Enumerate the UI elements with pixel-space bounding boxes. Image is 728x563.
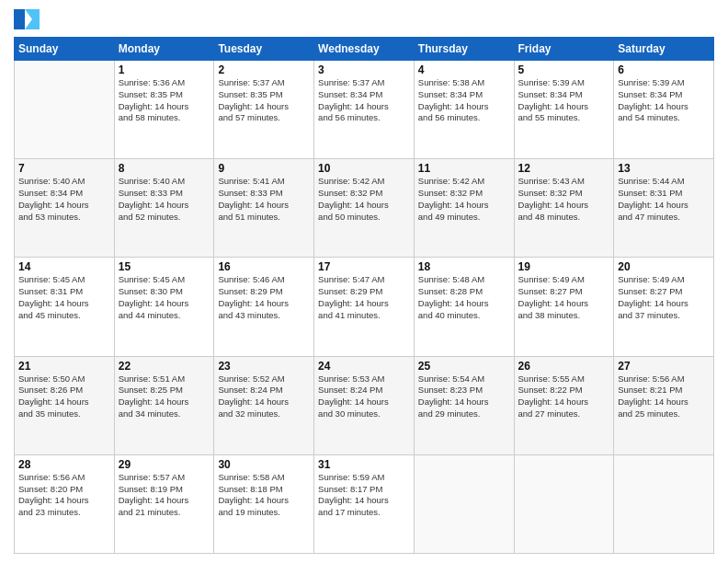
calendar-cell: 26Sunrise: 5:55 AMSunset: 8:22 PMDayligh… (514, 356, 614, 454)
day-info: Sunrise: 5:56 AMSunset: 8:21 PMDaylight:… (618, 373, 710, 420)
day-number: 18 (418, 260, 510, 273)
day-number: 19 (518, 260, 610, 273)
calendar-cell: 13Sunrise: 5:44 AMSunset: 8:31 PMDayligh… (614, 159, 714, 258)
day-number: 23 (218, 360, 310, 373)
day-info: Sunrise: 5:36 AMSunset: 8:35 PMDaylight:… (119, 77, 210, 124)
day-number: 10 (318, 162, 410, 175)
day-number: 30 (218, 458, 310, 471)
calendar-cell: 7Sunrise: 5:40 AMSunset: 8:34 PMDaylight… (15, 159, 115, 258)
day-info: Sunrise: 5:44 AMSunset: 8:31 PMDaylight:… (618, 176, 710, 223)
day-info: Sunrise: 5:37 AMSunset: 8:35 PMDaylight:… (218, 77, 310, 124)
day-number: 13 (618, 162, 710, 175)
calendar-cell: 20Sunrise: 5:49 AMSunset: 8:27 PMDayligh… (614, 258, 714, 356)
weekday-header: Tuesday (214, 38, 314, 61)
day-number: 11 (418, 162, 510, 175)
day-number: 24 (318, 360, 410, 373)
calendar-cell: 6Sunrise: 5:39 AMSunset: 8:34 PMDaylight… (614, 61, 714, 159)
day-info: Sunrise: 5:57 AMSunset: 8:19 PMDaylight:… (119, 472, 210, 519)
calendar-cell: 21Sunrise: 5:50 AMSunset: 8:26 PMDayligh… (15, 356, 115, 454)
day-info: Sunrise: 5:59 AMSunset: 8:17 PMDaylight:… (318, 472, 410, 519)
day-info: Sunrise: 5:56 AMSunset: 8:20 PMDaylight:… (18, 472, 110, 519)
day-info: Sunrise: 5:50 AMSunset: 8:26 PMDaylight:… (18, 373, 110, 420)
day-info: Sunrise: 5:52 AMSunset: 8:24 PMDaylight:… (218, 373, 310, 420)
calendar-cell: 11Sunrise: 5:42 AMSunset: 8:32 PMDayligh… (414, 159, 514, 258)
weekday-header: Thursday (414, 38, 514, 61)
day-info: Sunrise: 5:42 AMSunset: 8:32 PMDaylight:… (318, 176, 410, 223)
day-number: 17 (318, 260, 410, 273)
day-info: Sunrise: 5:58 AMSunset: 8:18 PMDaylight:… (218, 472, 310, 519)
calendar-table: SundayMondayTuesdayWednesdayThursdayFrid… (14, 37, 714, 554)
day-info: Sunrise: 5:53 AMSunset: 8:24 PMDaylight:… (318, 373, 410, 420)
day-info: Sunrise: 5:48 AMSunset: 8:28 PMDaylight:… (418, 274, 510, 321)
day-info: Sunrise: 5:49 AMSunset: 8:27 PMDaylight:… (518, 274, 610, 321)
day-info: Sunrise: 5:38 AMSunset: 8:34 PMDaylight:… (418, 77, 510, 124)
calendar-cell: 31Sunrise: 5:59 AMSunset: 8:17 PMDayligh… (314, 454, 415, 553)
day-number: 4 (418, 63, 510, 76)
day-number: 29 (119, 458, 210, 471)
day-number: 7 (18, 162, 110, 175)
calendar-cell: 12Sunrise: 5:43 AMSunset: 8:32 PMDayligh… (514, 159, 614, 258)
calendar-cell: 22Sunrise: 5:51 AMSunset: 8:25 PMDayligh… (114, 356, 214, 454)
calendar-cell (514, 454, 614, 553)
calendar-cell: 23Sunrise: 5:52 AMSunset: 8:24 PMDayligh… (214, 356, 314, 454)
weekday-header: Wednesday (314, 38, 415, 61)
day-number: 8 (119, 162, 210, 175)
day-info: Sunrise: 5:49 AMSunset: 8:27 PMDaylight:… (618, 274, 710, 321)
calendar-cell: 1Sunrise: 5:36 AMSunset: 8:35 PMDaylight… (114, 61, 214, 159)
calendar-cell: 9Sunrise: 5:41 AMSunset: 8:33 PMDaylight… (214, 159, 314, 258)
calendar-header-row: SundayMondayTuesdayWednesdayThursdayFrid… (15, 38, 714, 61)
day-info: Sunrise: 5:51 AMSunset: 8:25 PMDaylight:… (119, 373, 210, 420)
header (14, 9, 714, 29)
calendar-cell: 4Sunrise: 5:38 AMSunset: 8:34 PMDaylight… (414, 61, 514, 159)
day-info: Sunrise: 5:45 AMSunset: 8:31 PMDaylight:… (18, 274, 110, 321)
day-number: 16 (218, 260, 310, 273)
calendar-week-row: 28Sunrise: 5:56 AMSunset: 8:20 PMDayligh… (15, 454, 714, 553)
calendar-cell: 14Sunrise: 5:45 AMSunset: 8:31 PMDayligh… (15, 258, 115, 356)
day-number: 9 (218, 162, 310, 175)
calendar-week-row: 21Sunrise: 5:50 AMSunset: 8:26 PMDayligh… (15, 356, 714, 454)
calendar-cell (414, 454, 514, 553)
day-number: 1 (119, 63, 210, 76)
day-info: Sunrise: 5:45 AMSunset: 8:30 PMDaylight:… (119, 274, 210, 321)
calendar-cell: 16Sunrise: 5:46 AMSunset: 8:29 PMDayligh… (214, 258, 314, 356)
day-number: 27 (618, 360, 710, 373)
calendar-week-row: 7Sunrise: 5:40 AMSunset: 8:34 PMDaylight… (15, 159, 714, 258)
day-number: 26 (518, 360, 610, 373)
calendar-cell: 25Sunrise: 5:54 AMSunset: 8:23 PMDayligh… (414, 356, 514, 454)
day-info: Sunrise: 5:42 AMSunset: 8:32 PMDaylight:… (418, 176, 510, 223)
day-number: 22 (119, 360, 210, 373)
logo (14, 9, 43, 29)
svg-rect-0 (14, 9, 25, 29)
day-info: Sunrise: 5:41 AMSunset: 8:33 PMDaylight:… (218, 176, 310, 223)
svg-marker-1 (25, 9, 40, 29)
day-number: 21 (18, 360, 110, 373)
day-number: 31 (318, 458, 410, 471)
day-info: Sunrise: 5:43 AMSunset: 8:32 PMDaylight:… (518, 176, 610, 223)
calendar-cell: 24Sunrise: 5:53 AMSunset: 8:24 PMDayligh… (314, 356, 415, 454)
weekday-header: Monday (114, 38, 214, 61)
calendar-cell: 3Sunrise: 5:37 AMSunset: 8:34 PMDaylight… (314, 61, 415, 159)
calendar-cell: 15Sunrise: 5:45 AMSunset: 8:30 PMDayligh… (114, 258, 214, 356)
calendar-cell (614, 454, 714, 553)
day-info: Sunrise: 5:54 AMSunset: 8:23 PMDaylight:… (418, 373, 510, 420)
day-number: 14 (18, 260, 110, 273)
day-info: Sunrise: 5:37 AMSunset: 8:34 PMDaylight:… (318, 77, 410, 124)
day-info: Sunrise: 5:39 AMSunset: 8:34 PMDaylight:… (618, 77, 710, 124)
weekday-header: Friday (514, 38, 614, 61)
calendar-cell: 28Sunrise: 5:56 AMSunset: 8:20 PMDayligh… (15, 454, 115, 553)
day-number: 6 (618, 63, 710, 76)
day-info: Sunrise: 5:55 AMSunset: 8:22 PMDaylight:… (518, 373, 610, 420)
calendar-cell: 8Sunrise: 5:40 AMSunset: 8:33 PMDaylight… (114, 159, 214, 258)
calendar-cell: 18Sunrise: 5:48 AMSunset: 8:28 PMDayligh… (414, 258, 514, 356)
calendar-week-row: 1Sunrise: 5:36 AMSunset: 8:35 PMDaylight… (15, 61, 714, 159)
day-number: 2 (218, 63, 310, 76)
calendar-cell: 29Sunrise: 5:57 AMSunset: 8:19 PMDayligh… (114, 454, 214, 553)
calendar-cell: 10Sunrise: 5:42 AMSunset: 8:32 PMDayligh… (314, 159, 415, 258)
weekday-header: Sunday (15, 38, 115, 61)
day-number: 20 (618, 260, 710, 273)
day-info: Sunrise: 5:39 AMSunset: 8:34 PMDaylight:… (518, 77, 610, 124)
day-info: Sunrise: 5:47 AMSunset: 8:29 PMDaylight:… (318, 274, 410, 321)
weekday-header: Saturday (614, 38, 714, 61)
calendar-cell: 19Sunrise: 5:49 AMSunset: 8:27 PMDayligh… (514, 258, 614, 356)
day-info: Sunrise: 5:46 AMSunset: 8:29 PMDaylight:… (218, 274, 310, 321)
